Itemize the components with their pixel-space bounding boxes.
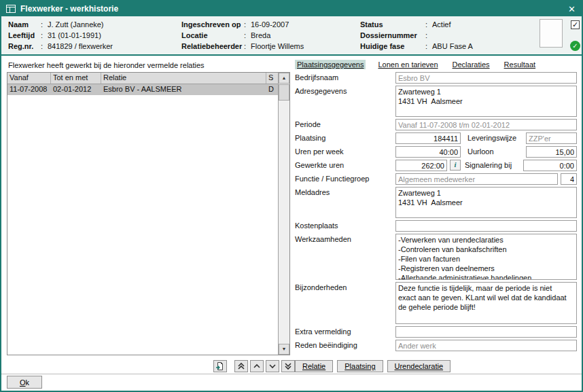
ingeschreven-op-value: 16-09-2007 (251, 20, 289, 31)
window-title: Flexwerker - werkhistorie (20, 4, 562, 14)
locatie-value: Breda (251, 31, 270, 42)
naam-label: Naam (8, 20, 41, 31)
separator: : (425, 42, 432, 53)
bedrijfsnaam-field[interactable] (395, 72, 577, 84)
status-ok-icon: ✓ (570, 41, 580, 51)
werkzaamheden-label: Werkzaamheden (295, 234, 395, 243)
cell-relatie: Esbro BV - AALSMEER (101, 84, 266, 95)
titlebar: Flexwerker - werkhistorie ✕ (1, 1, 582, 16)
extra-vermelding-label: Extra vermelding (295, 326, 395, 336)
regnr-label: Reg.nr. (8, 42, 41, 53)
relatiebeheerder-value: Floortje Willems (251, 42, 304, 53)
signalering-bij-field[interactable] (523, 160, 577, 171)
uren-per-week-label: Uren per week (295, 146, 395, 156)
insert-record-icon[interactable] (213, 360, 227, 372)
meldadres-field[interactable]: Zwarteweg 1 1431 VH Aalsmeer (395, 187, 577, 218)
plaatsing-form: Bedrijfsnaam Adresgegevens Zwarteweg 1 1… (295, 72, 577, 353)
uurloon-label: Uurloon (467, 146, 526, 156)
kostenplaats-label: Kostenplaats (295, 220, 395, 230)
bijzonderheden-field[interactable]: Deze functie is tijdelijk, maar de perio… (395, 282, 577, 324)
table-body: 11-07-2008 02-01-2012 Esbro BV - AALSMEE… (7, 84, 278, 355)
leveringswijze-field[interactable] (526, 132, 577, 144)
bedrijfsnaam-label: Bedrijfsnaam (295, 72, 395, 82)
meldadres-label: Meldadres (295, 187, 395, 196)
scroll-up-icon[interactable]: ▲ (279, 73, 289, 84)
relatie-button[interactable]: Relatie (295, 360, 333, 372)
column-header-tot-en-met[interactable]: Tot en met (51, 73, 101, 84)
extra-vermelding-field[interactable] (395, 326, 577, 338)
column-header-relatie[interactable]: Relatie (101, 73, 266, 84)
separator: : (41, 42, 48, 53)
last-record-icon[interactable] (281, 360, 295, 372)
status-label: Status (360, 20, 425, 31)
locatie-label: Locatie (181, 31, 244, 42)
functiegroep-field[interactable] (561, 173, 577, 185)
signalering-bij-label: Signalering bij (465, 160, 523, 169)
vertical-scrollbar[interactable]: ▲ ▼ (278, 73, 289, 355)
dossiernummer-label: Dossiernummer (360, 31, 425, 42)
adresgegevens-label: Adresgegevens (295, 86, 395, 95)
close-icon[interactable]: ✕ (567, 4, 577, 14)
jump-buttons: Relatie Plaatsing Urendeclaratie (295, 360, 450, 372)
flexwerker-checkbox[interactable]: ✓ (571, 20, 580, 29)
urendeclaratie-button[interactable]: Urendeclaratie (387, 360, 451, 372)
next-record-icon[interactable] (266, 360, 279, 372)
flexwerker-info-header: Naam:J. Zutt (Janneke) Leeftijd:31 (01-0… (1, 16, 582, 56)
plaatsing-label: Plaatsing (295, 132, 395, 142)
separator: : (425, 31, 432, 42)
reden-beeindiging-label: Reden beëindiging (295, 340, 395, 349)
ok-button-label: Ok (7, 378, 41, 387)
detail-tabs: Plaatsingsgegevens Lonen en tarieven Dec… (295, 60, 537, 69)
ingeschreven-op-label: Ingeschreven op (181, 20, 244, 31)
tab-lonen-en-tarieven[interactable]: Lonen en tarieven (376, 60, 440, 69)
table-row[interactable]: 11-07-2008 02-01-2012 Esbro BV - AALSMEE… (7, 84, 278, 95)
header-column-2: Ingeschreven op:16-09-2007 Locatie:Breda… (181, 20, 304, 53)
kostenplaats-field[interactable] (395, 220, 577, 232)
bottom-divider (1, 374, 582, 374)
table-header: Vanaf Tot en met Relatie S (7, 73, 278, 84)
leeftijd-value: 31 (01-01-1991) (48, 31, 101, 42)
uurloon-field[interactable] (526, 146, 577, 158)
header-column-3: Status:Actief Dossiernummer: Huidige fas… (360, 20, 473, 53)
separator: : (244, 31, 251, 42)
previous-record-icon[interactable] (250, 360, 264, 372)
regnr-value: 841829 / flexwerker (48, 42, 113, 53)
gewerkte-uren-field[interactable] (395, 160, 447, 171)
first-record-icon[interactable] (234, 360, 248, 372)
main-area: Flexwerker heeft gewerkt bij de hieronde… (1, 57, 582, 391)
header-column-1: Naam:J. Zutt (Janneke) Leeftijd:31 (01-0… (8, 20, 113, 53)
flexwerker-werkhistorie-window: Flexwerker - werkhistorie ✕ Naam:J. Zutt… (0, 0, 583, 392)
scrollbar-thumb[interactable] (279, 84, 289, 101)
tab-resultaat[interactable]: Resultaat (502, 60, 537, 69)
plaatsing-button[interactable]: Plaatsing (337, 360, 383, 372)
cell-vanaf: 11-07-2008 (7, 84, 51, 95)
separator: : (41, 20, 48, 31)
photo-placeholder (540, 19, 563, 48)
uren-per-week-field[interactable] (395, 146, 461, 158)
column-header-vanaf[interactable]: Vanaf (7, 73, 51, 84)
huidige-fase-value: ABU Fase A (432, 42, 473, 53)
huidige-fase-label: Huidige fase (360, 42, 425, 53)
tab-plaatsingsgegevens[interactable]: Plaatsingsgegevens (295, 60, 366, 69)
adresgegevens-field[interactable]: Zwarteweg 1 1431 VH Aalsmeer (395, 86, 577, 117)
record-navigation (213, 360, 295, 372)
tab-declaraties[interactable]: Declaraties (450, 60, 492, 69)
scroll-down-icon[interactable]: ▼ (279, 344, 289, 355)
leeftijd-label: Leeftijd (8, 31, 41, 42)
reden-beeindiging-field[interactable] (395, 340, 577, 351)
info-icon[interactable]: i (450, 160, 461, 171)
plaatsing-nummer-field[interactable] (395, 132, 461, 144)
cell-s: D (266, 84, 278, 95)
column-header-s[interactable]: S (266, 73, 278, 84)
werkhistorie-table: Vanaf Tot en met Relatie S 11-07-2008 02… (7, 72, 290, 355)
naam-value: J. Zutt (Janneke) (48, 20, 104, 31)
gewerkte-uren-label: Gewerkte uren (295, 160, 395, 169)
werkzaamheden-field[interactable]: -Verwerken van urendeclaraties -Controle… (395, 234, 577, 280)
ok-button[interactable]: Ok (7, 376, 42, 389)
status-value: Actief (432, 20, 451, 31)
periode-field[interactable] (395, 119, 577, 130)
functie-field[interactable] (395, 173, 558, 185)
table-columns: Vanaf Tot en met Relatie S 11-07-2008 02… (7, 73, 278, 355)
scrollbar-track[interactable] (279, 101, 289, 344)
separator: : (41, 31, 48, 42)
